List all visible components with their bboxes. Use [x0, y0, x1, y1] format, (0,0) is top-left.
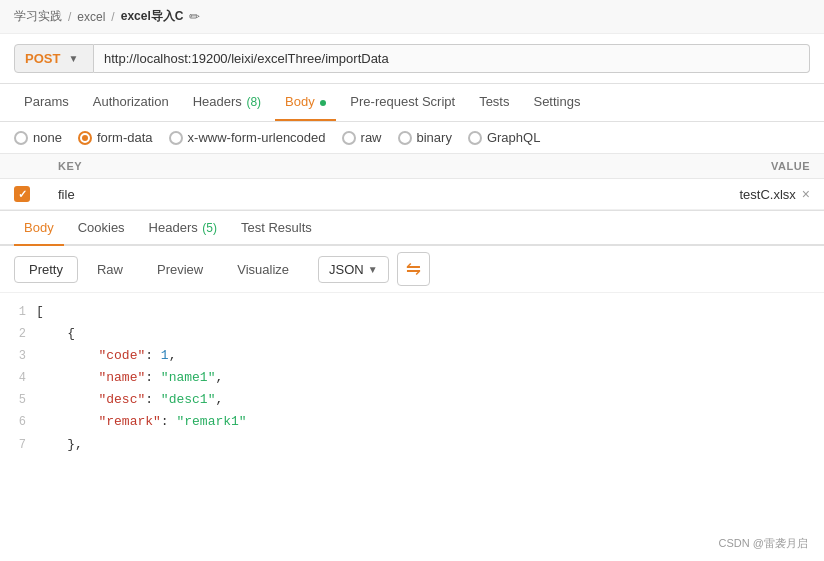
line-num-7: 7 — [0, 434, 36, 455]
value-col-header: VALUE — [314, 154, 824, 179]
wrap-icon: ⇌ — [406, 258, 421, 280]
radio-graphql-circle — [468, 131, 482, 145]
breadcrumb-sep-1: / — [68, 10, 71, 24]
row-checkbox-cell[interactable]: ✓ — [0, 179, 44, 210]
line-num-3: 3 — [0, 345, 36, 366]
watermark: CSDN @雷袭月启 — [719, 536, 808, 551]
line-num-2: 2 — [0, 323, 36, 344]
radio-raw-circle — [342, 131, 356, 145]
body-dot — [320, 100, 326, 106]
response-tabs: Body Cookies Headers (5) Test Results — [0, 210, 824, 246]
tab-authorization[interactable]: Authorization — [83, 84, 179, 121]
type-chevron-icon: ▼ — [368, 264, 378, 275]
line-content-4: "name": "name1", — [36, 367, 824, 389]
url-input[interactable] — [94, 44, 810, 73]
line-num-6: 6 — [0, 411, 36, 432]
code-line-6: 6 "remark": "remark1" — [0, 411, 824, 433]
radio-urlencoded-label: x-www-form-urlencoded — [188, 130, 326, 145]
radio-urlencoded[interactable]: x-www-form-urlencoded — [169, 130, 326, 145]
line-content-5: "desc": "desc1", — [36, 389, 824, 411]
row-checkbox[interactable]: ✓ — [14, 186, 30, 202]
resp-tab-headers[interactable]: Headers (5) — [139, 211, 227, 246]
check-icon: ✓ — [18, 188, 27, 201]
resp-tab-body[interactable]: Body — [14, 211, 64, 246]
response-toolbar: Pretty Raw Preview Visualize JSON ▼ ⇌ — [0, 246, 824, 293]
radio-urlencoded-circle — [169, 131, 183, 145]
code-line-1: 1 [ — [0, 301, 824, 323]
format-preview-button[interactable]: Preview — [142, 256, 218, 283]
tab-params[interactable]: Params — [14, 84, 79, 121]
edit-icon[interactable]: ✏ — [189, 9, 200, 24]
code-line-2: 2 { — [0, 323, 824, 345]
code-line-3: 3 "code": 1, — [0, 345, 824, 367]
line-num-5: 5 — [0, 389, 36, 410]
format-visualize-button[interactable]: Visualize — [222, 256, 304, 283]
method-label: POST — [25, 51, 60, 66]
resp-tab-test-results[interactable]: Test Results — [231, 211, 322, 246]
line-content-3: "code": 1, — [36, 345, 824, 367]
breadcrumb: 学习实践 / excel / excel导入C ✏ — [0, 0, 824, 34]
radio-none-label: none — [33, 130, 62, 145]
radio-graphql-label: GraphQL — [487, 130, 540, 145]
radio-form-data-circle — [78, 131, 92, 145]
file-remove-button[interactable]: × — [802, 186, 810, 202]
radio-none-circle — [14, 131, 28, 145]
headers-badge: (8) — [246, 95, 261, 109]
type-label: JSON — [329, 262, 364, 277]
tab-body[interactable]: Body — [275, 84, 336, 121]
key-col-header: KEY — [44, 154, 314, 179]
method-select[interactable]: POST ▼ — [14, 44, 94, 73]
resp-headers-badge: (5) — [202, 221, 217, 235]
breadcrumb-item-2[interactable]: excel — [77, 10, 105, 24]
resp-tab-cookies[interactable]: Cookies — [68, 211, 135, 246]
row-value-cell: testC.xlsx × — [314, 179, 824, 210]
radio-graphql[interactable]: GraphQL — [468, 130, 540, 145]
radio-raw[interactable]: raw — [342, 130, 382, 145]
row-key-cell[interactable]: file — [44, 179, 314, 210]
radio-form-data-label: form-data — [97, 130, 153, 145]
line-num-1: 1 — [0, 301, 36, 322]
breadcrumb-sep-2: / — [111, 10, 114, 24]
radio-binary-circle — [398, 131, 412, 145]
checkbox-col-header — [0, 154, 44, 179]
breadcrumb-item-1[interactable]: 学习实践 — [14, 8, 62, 25]
radio-binary[interactable]: binary — [398, 130, 452, 145]
line-content-1: [ — [36, 301, 824, 323]
code-area: 1 [ 2 { 3 "code": 1, 4 "name": "name1", … — [0, 293, 824, 464]
url-bar: POST ▼ — [0, 34, 824, 84]
body-type-selector: none form-data x-www-form-urlencoded raw… — [0, 122, 824, 154]
file-value-text: testC.xlsx — [739, 187, 795, 202]
line-content-2: { — [36, 323, 824, 345]
method-chevron-icon: ▼ — [68, 53, 78, 64]
form-table: KEY VALUE ✓ file testC.xlsx × — [0, 154, 824, 210]
tab-pre-request[interactable]: Pre-request Script — [340, 84, 465, 121]
table-row: ✓ file testC.xlsx × — [0, 179, 824, 210]
type-dropdown[interactable]: JSON ▼ — [318, 256, 389, 283]
tab-headers[interactable]: Headers (8) — [183, 84, 271, 121]
code-line-5: 5 "desc": "desc1", — [0, 389, 824, 411]
tab-tests[interactable]: Tests — [469, 84, 519, 121]
wrap-button[interactable]: ⇌ — [397, 252, 430, 286]
line-content-7: }, — [36, 434, 824, 456]
radio-raw-label: raw — [361, 130, 382, 145]
radio-form-data[interactable]: form-data — [78, 130, 153, 145]
breadcrumb-item-3: excel导入C — [121, 8, 184, 25]
code-line-4: 4 "name": "name1", — [0, 367, 824, 389]
format-pretty-button[interactable]: Pretty — [14, 256, 78, 283]
tab-settings[interactable]: Settings — [523, 84, 590, 121]
line-num-4: 4 — [0, 367, 36, 388]
radio-none[interactable]: none — [14, 130, 62, 145]
code-line-7: 7 }, — [0, 434, 824, 456]
radio-binary-label: binary — [417, 130, 452, 145]
line-content-6: "remark": "remark1" — [36, 411, 824, 433]
request-tabs: Params Authorization Headers (8) Body Pr… — [0, 84, 824, 122]
format-raw-button[interactable]: Raw — [82, 256, 138, 283]
